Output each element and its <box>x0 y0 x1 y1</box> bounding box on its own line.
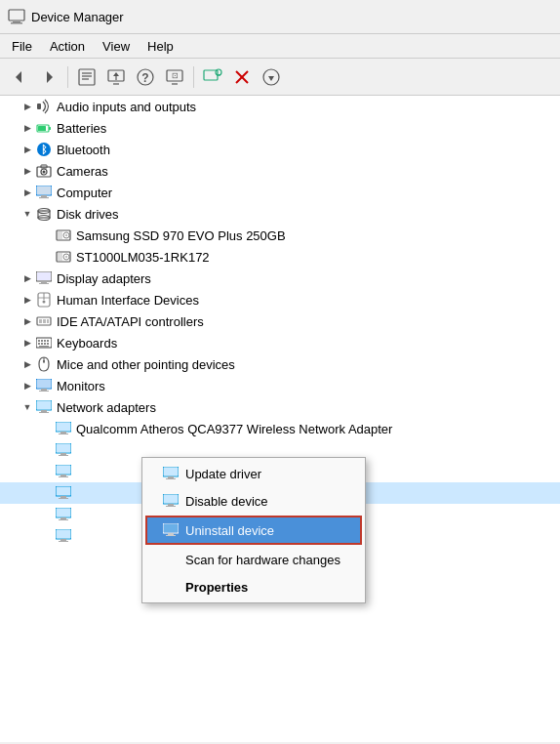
ctx-uninstall-device[interactable]: Uninstall device <box>145 516 362 545</box>
tree-item-mice[interactable]: Mice and other pointing devices <box>0 353 560 375</box>
bluetooth-label: Bluetooth <box>57 143 110 157</box>
net4-icon <box>55 506 72 523</box>
expander-cameras[interactable] <box>20 163 35 179</box>
remove-device-button[interactable] <box>228 63 256 91</box>
svg-rect-52 <box>37 272 51 280</box>
svg-rect-27 <box>49 127 51 130</box>
ctx-update-driver[interactable]: Update driver <box>142 460 365 487</box>
expander-display[interactable] <box>20 270 35 286</box>
expander-audio[interactable] <box>20 99 35 114</box>
expander-batteries[interactable] <box>20 120 35 136</box>
svg-rect-109 <box>168 476 174 478</box>
computer-icon <box>35 184 53 201</box>
uninstall-device-label: Uninstall device <box>185 523 274 538</box>
svg-rect-114 <box>166 506 176 507</box>
tree-item-network[interactable]: Network adapters <box>0 396 560 418</box>
menu-help[interactable]: Help <box>140 37 181 56</box>
tree-item-hid[interactable]: Human Interface Devices <box>0 289 560 310</box>
svg-rect-78 <box>39 391 49 392</box>
toolbar: ? ⊡ <box>0 59 560 96</box>
svg-rect-85 <box>60 432 66 434</box>
mouse-icon <box>35 355 53 373</box>
net2-icon <box>55 463 72 480</box>
tree-item-qualcomm[interactable]: Qualcomm Atheros QCA9377 Wireless Networ… <box>0 418 560 439</box>
uninstall-device-ctx-icon <box>162 521 180 539</box>
ctx-scan-hardware[interactable]: Scan for hardware changes <box>142 546 365 573</box>
expander-computer[interactable] <box>20 185 35 200</box>
update-driver-label: Update driver <box>185 467 261 481</box>
svg-rect-53 <box>41 281 47 283</box>
svg-rect-70 <box>44 343 46 345</box>
app-icon <box>8 8 25 25</box>
tree-item-disk-drives[interactable]: Disk drives <box>0 203 560 225</box>
tree-item-keyboards[interactable]: Keyboards <box>0 332 560 353</box>
expander-keyboards[interactable] <box>20 335 35 351</box>
tree-area[interactable]: Audio inputs and outputs Batteries ᛒ Blu… <box>0 96 560 742</box>
svg-rect-92 <box>57 466 70 474</box>
svg-point-33 <box>43 171 46 174</box>
expander-hid[interactable] <box>20 292 35 308</box>
back-button[interactable] <box>6 63 33 91</box>
menu-view[interactable]: View <box>95 37 138 56</box>
svg-rect-68 <box>38 343 40 345</box>
svg-rect-96 <box>57 487 70 495</box>
expander-network[interactable] <box>20 399 35 415</box>
svg-rect-72 <box>39 346 49 348</box>
svg-rect-89 <box>60 453 66 455</box>
svg-rect-2 <box>11 22 22 24</box>
scan-hardware-button[interactable] <box>258 63 285 91</box>
update-driver-button[interactable] <box>102 63 130 91</box>
tree-item-st1000[interactable]: ST1000LM035-1RK172 <box>0 246 560 268</box>
qualcomm-icon <box>55 420 72 437</box>
forward-button[interactable] <box>35 63 62 91</box>
camera-icon <box>35 162 53 180</box>
expander-monitors[interactable] <box>20 378 35 393</box>
disk-drives-icon <box>35 205 53 223</box>
svg-rect-108 <box>164 468 178 475</box>
expander-ide[interactable] <box>20 313 35 329</box>
help-button[interactable]: ? <box>132 63 159 91</box>
svg-marker-4 <box>47 71 53 83</box>
svg-rect-44 <box>58 231 62 239</box>
keyboards-label: Keyboards <box>57 336 117 351</box>
svg-point-42 <box>42 210 46 212</box>
svg-text:?: ? <box>141 71 148 85</box>
tree-item-ide[interactable]: IDE ATA/ATAPI controllers <box>0 310 560 332</box>
qualcomm-label: Qualcomm Atheros QCA9377 Wireless Networ… <box>76 422 392 436</box>
expander-disk-drives[interactable] <box>20 206 35 222</box>
tree-item-cameras[interactable]: Cameras <box>0 160 560 182</box>
tree-item-samsung-ssd[interactable]: Samsung SSD 970 EVO Plus 250GB <box>0 225 560 246</box>
menu-file[interactable]: File <box>4 37 40 56</box>
menu-action[interactable]: Action <box>42 37 93 56</box>
computer-label: Computer <box>57 186 112 200</box>
svg-rect-48 <box>58 253 62 261</box>
ctx-disable-device[interactable]: Disable device <box>142 487 365 515</box>
expander-bluetooth[interactable] <box>20 142 35 157</box>
tree-item-batteries[interactable]: Batteries <box>0 117 560 139</box>
cameras-label: Cameras <box>57 164 108 179</box>
display-label: Display adapters <box>57 271 151 286</box>
svg-rect-118 <box>166 535 176 536</box>
svg-rect-117 <box>168 533 174 535</box>
svg-rect-106 <box>59 541 68 542</box>
svg-rect-62 <box>47 319 49 323</box>
tree-item-monitors[interactable]: Monitors <box>0 375 560 396</box>
hid-icon <box>35 291 53 309</box>
svg-rect-90 <box>59 455 68 456</box>
svg-rect-105 <box>60 539 66 541</box>
tree-item-bluetooth[interactable]: ᛒ Bluetooth <box>0 139 560 160</box>
svg-rect-94 <box>59 476 68 477</box>
svg-point-19 <box>216 69 221 75</box>
tree-item-computer[interactable]: Computer <box>0 182 560 203</box>
monitors-icon <box>35 377 53 394</box>
expander-mice[interactable] <box>20 356 35 372</box>
battery-icon <box>35 119 53 137</box>
properties-button[interactable] <box>73 63 100 91</box>
add-device-button[interactable] <box>199 63 226 91</box>
scan-button[interactable]: ⊡ <box>161 63 188 91</box>
ide-label: IDE ATA/ATAPI controllers <box>57 314 204 329</box>
tree-item-display[interactable]: Display adapters <box>0 268 560 289</box>
tree-item-audio[interactable]: Audio inputs and outputs <box>0 96 560 117</box>
menu-bar: File Action View Help <box>0 34 560 59</box>
ctx-properties[interactable]: Properties <box>142 573 365 600</box>
